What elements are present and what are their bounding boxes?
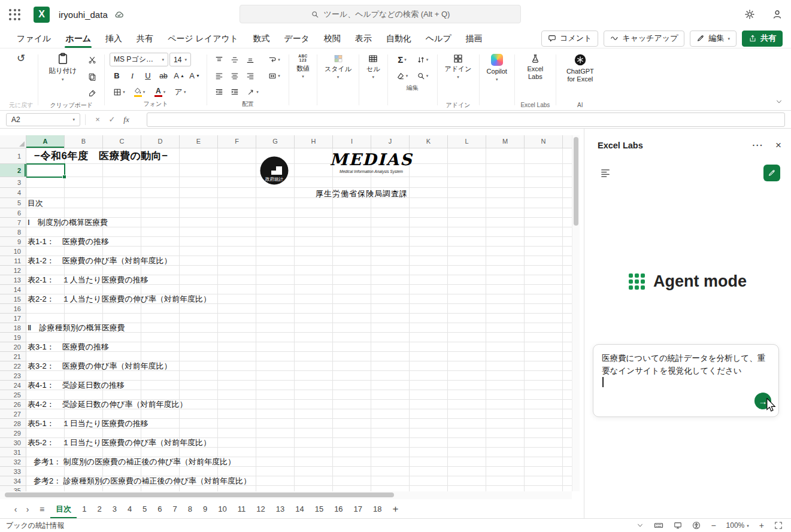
display-settings-icon[interactable] [674,521,682,530]
sheet-tab-1[interactable]: 1 [77,500,92,518]
keyboard-icon[interactable] [654,521,663,530]
column-header-M[interactable]: M [486,135,525,148]
workbook-statistics-button[interactable]: ブックの統計情報 [0,521,64,531]
sheet-tab-16[interactable]: 16 [329,500,348,518]
row-header-26[interactable]: 26 [0,400,26,409]
sheet-tab-5[interactable]: 5 [137,500,152,518]
ribbon-tab-ヘルプ[interactable]: ヘルプ [419,29,459,48]
app-launcher-icon[interactable] [9,9,20,20]
prompt-input[interactable]: 医療費についての統計データを分析して、重要なインサイトを視覚化してください → [593,344,779,417]
sheet-tab-12[interactable]: 12 [251,500,270,518]
paste-button[interactable]: 貼り付け ▾ [43,51,82,81]
ribbon-tab-描画[interactable]: 描画 [459,29,490,48]
undo-button[interactable]: ↺ [14,51,28,65]
row-header-11[interactable]: 11 [0,256,26,266]
cell-text-row-13[interactable]: 表2-1： １人当たり医療費の推移 [28,275,148,285]
italic-button[interactable]: I [125,69,140,83]
row-header-7[interactable]: 7 [0,218,26,227]
sheet-nav-back-button[interactable]: ‹ [10,504,22,514]
sheet-tab-15[interactable]: 15 [310,500,329,518]
sheet-tab-17[interactable]: 17 [348,500,368,518]
clear-button[interactable]: ▾ [393,69,412,83]
row-header-28[interactable]: 28 [0,419,26,428]
align-center-button[interactable] [228,69,242,83]
catch-up-button[interactable]: キャッチアップ [604,31,684,47]
cell-text-row-26[interactable]: 表4-2： 受診延日数の伸び率（対前年度比） [28,400,187,409]
row-header-35[interactable]: 35 [0,486,26,491]
row-header-22[interactable]: 22 [0,361,26,371]
saved-status-icon[interactable] [114,9,125,20]
wrap-text-button[interactable]: ▾ [265,53,284,67]
sheet-tab-3[interactable]: 3 [107,500,122,518]
comments-button[interactable]: コメント [541,31,598,47]
ribbon-tab-共有[interactable]: 共有 [129,29,160,48]
confirm-entry-button[interactable]: ✓ [105,113,119,126]
panel-more-button[interactable]: ··· [753,141,764,150]
row-header-12[interactable]: 12 [0,266,26,275]
row-header-17[interactable]: 17 [0,314,26,323]
ribbon-tab-ページ レイアウト[interactable]: ページ レイアウト [160,29,246,48]
ribbon-tab-数式[interactable]: 数式 [246,29,277,48]
sheet-list-menu-button[interactable]: ≡ [40,504,44,514]
zoom-in-button[interactable]: + [759,521,764,530]
ribbon-tab-データ[interactable]: データ [277,29,317,48]
ribbon-tab-自動化[interactable]: 自動化 [379,29,419,48]
sort-filter-button[interactable]: ▾ [413,53,432,67]
row-header-31[interactable]: 31 [0,448,26,457]
cell-text-row-22[interactable]: 表3-2： 医療費の伸び率（対前年度比） [28,361,171,371]
cell-text-row-32[interactable]: 参考1： 制度別の医療費の補正後の伸び率（対前年度比） [34,457,235,467]
sheet-tab-2[interactable]: 2 [92,500,107,518]
row-header-1[interactable]: 1 [0,148,26,164]
font-size-select[interactable]: 14▾ [169,53,191,66]
sheet-tab-13[interactable]: 13 [271,500,290,518]
sheet-tab-14[interactable]: 14 [290,500,309,518]
find-select-button[interactable]: ▾ [413,69,432,83]
sheet-tab-7[interactable]: 7 [168,500,183,518]
copilot-button[interactable]: Copilot ▾ [484,51,510,81]
cells-button[interactable]: セル ▾ [364,51,383,79]
column-header-G[interactable]: G [256,135,295,148]
cell-text-row-34[interactable]: 参考2： 診療種類別の医療費の補正後の伸び率（対前年度比） [34,476,251,486]
ribbon-tab-挿入[interactable]: 挿入 [98,29,129,48]
column-header-J[interactable]: J [371,135,410,148]
row-header-23[interactable]: 23 [0,371,26,381]
row-header-19[interactable]: 19 [0,333,26,342]
ribbon-tab-ホーム[interactable]: ホーム [58,29,98,48]
align-right-button[interactable] [243,69,257,83]
formula-input[interactable] [147,113,785,127]
cell-grid[interactable]: −令和6年度 医療費の動向−目次Ⅰ 制度別の概算医療費表1-1： 医療費の推移表… [26,148,572,491]
conversation-list-button[interactable] [600,168,611,178]
row-header-27[interactable]: 27 [0,409,26,419]
align-bottom-button[interactable] [243,53,257,67]
phonetic-guide-button[interactable]: ア▾ [171,85,190,99]
new-chat-button[interactable] [763,165,780,181]
share-button[interactable]: 共有 [742,31,783,47]
row-header-18[interactable]: 18 [0,323,26,333]
orientation-button[interactable]: ▾ [243,85,262,99]
sheet-tab-8[interactable]: 8 [183,500,198,518]
copy-button[interactable] [85,69,99,84]
strikethrough-button[interactable]: ab [156,69,171,83]
sheet-nav-forward-button[interactable]: › [22,504,34,514]
name-box[interactable]: A2 ▾ [6,113,80,126]
addins-button[interactable]: アドイン ▾ [443,51,474,79]
cell-text-row-15[interactable]: 表2-2： １人当たり医療費の伸び率（対前年度比） [28,294,211,304]
column-header-C[interactable]: C [103,135,141,148]
align-left-button[interactable] [212,69,226,83]
column-header-L[interactable]: L [448,135,486,148]
cell-text-row-9[interactable]: 表1-1： 医療費の推移 [28,237,109,247]
align-top-button[interactable] [212,53,226,67]
cell-text-row-7[interactable]: Ⅰ 制度別の概算医療費 [28,218,108,227]
ribbon-tab-ファイル[interactable]: ファイル [10,29,58,48]
sheet-tab-4[interactable]: 4 [122,500,137,518]
number-format-button[interactable]: ABC123 数値 ▾ [294,51,312,78]
cell-text-row-30[interactable]: 表5-2： １日当たり医療費の伸び率（対前年度比） [28,438,211,448]
zoom-out-button[interactable]: − [711,521,716,530]
column-header-D[interactable]: D [141,135,180,148]
cell-styles-button[interactable]: スタイル ▾ [322,51,354,79]
row-header-32[interactable]: 32 [0,457,26,467]
row-header-21[interactable]: 21 [0,352,26,361]
row-header-33[interactable]: 33 [0,467,26,476]
excel-labs-button[interactable]: Excel Labs [520,51,551,80]
row-header-15[interactable]: 15 [0,294,26,304]
